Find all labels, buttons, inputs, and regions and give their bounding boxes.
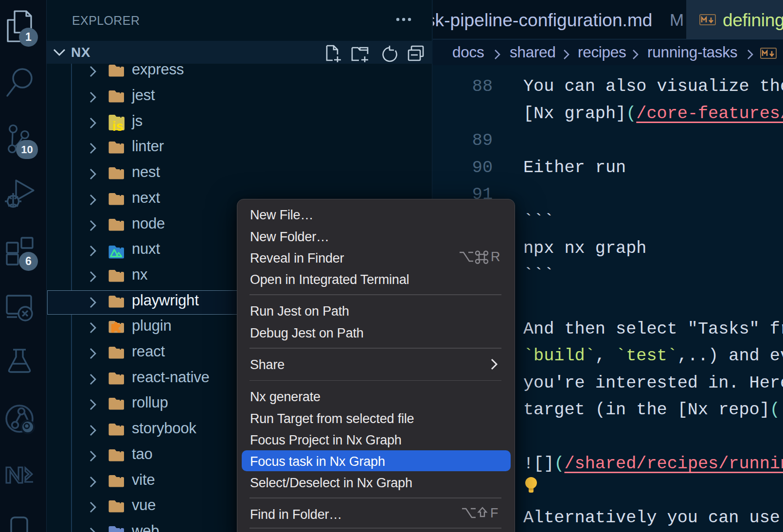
- svg-text:R: R: [491, 249, 500, 264]
- svg-text:js: js: [112, 119, 124, 131]
- svg-text:F: F: [490, 506, 498, 520]
